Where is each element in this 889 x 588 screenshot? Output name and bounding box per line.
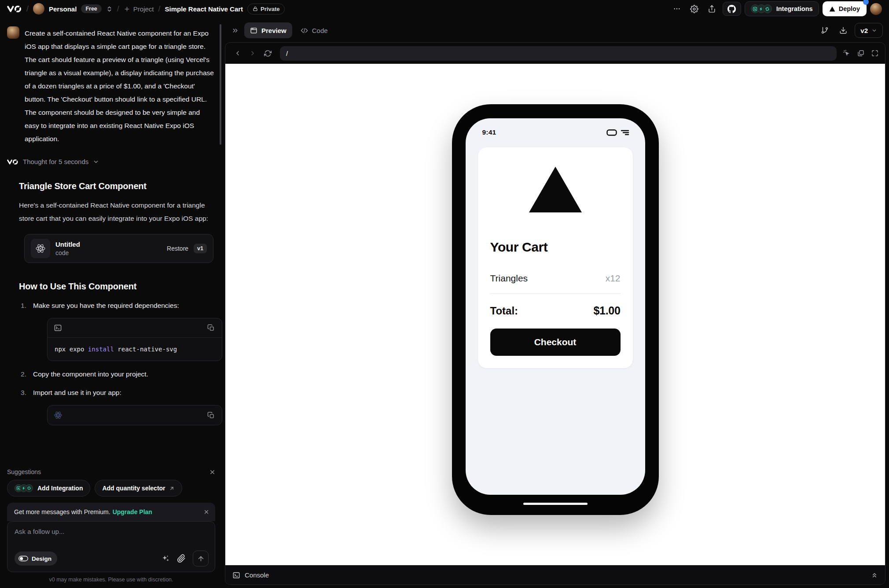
- chevron-down-icon: [871, 28, 877, 33]
- premium-banner: Get more messages with Premium. Upgrade …: [7, 503, 215, 521]
- suggestion-add-quantity-selector[interactable]: Add quantity selector: [95, 480, 182, 497]
- sparkles-icon[interactable]: [161, 554, 170, 563]
- total-label: Total:: [490, 305, 518, 317]
- disclaimer-text: v0 may make mistakes. Please use with di…: [7, 572, 215, 588]
- console-bar[interactable]: Console: [225, 565, 885, 584]
- v0-logo[interactable]: [7, 4, 22, 14]
- add-project-label: Project: [133, 5, 154, 13]
- code-card-title: Untitled: [55, 241, 80, 248]
- command-keyword: install: [88, 346, 114, 353]
- react-icon: [31, 239, 50, 258]
- browser-icon: [250, 27, 257, 34]
- command-suffix: react-native-svg: [114, 346, 177, 353]
- gear-icon: [690, 5, 698, 13]
- user-message-text: Create a self-contained React Native com…: [25, 26, 214, 146]
- copy-icon: [207, 324, 215, 332]
- integrations-button[interactable]: Integrations: [745, 1, 819, 16]
- phone-screen: 9:41: [466, 118, 645, 495]
- collapse-sidebar-button[interactable]: [228, 24, 242, 37]
- home-indicator: [523, 503, 588, 505]
- cart-item-row: Triangles x12: [490, 273, 621, 294]
- refresh-button[interactable]: [261, 47, 274, 59]
- git-branch-icon: [821, 26, 829, 34]
- lock-icon: [253, 6, 258, 11]
- chat-title: Simple React Native Cart: [165, 5, 243, 13]
- breadcrumb-separator: /: [158, 4, 161, 14]
- supabase-icon: [763, 4, 772, 13]
- console-expand-button[interactable]: [871, 572, 878, 579]
- close-premium-button[interactable]: [204, 509, 209, 515]
- preview-panel: /: [225, 42, 885, 585]
- share-button[interactable]: [705, 2, 719, 16]
- upgrade-plan-link[interactable]: Upgrade Plan: [113, 508, 152, 515]
- add-project-button[interactable]: Project: [124, 5, 154, 13]
- copy-code-button[interactable]: [204, 409, 217, 422]
- usage-code-block: [47, 405, 222, 425]
- forward-button[interactable]: [246, 47, 259, 59]
- deploy-button[interactable]: Deploy: [823, 1, 867, 16]
- settings-button[interactable]: [687, 2, 702, 16]
- topbar-actions: Integrations Deploy: [670, 1, 882, 16]
- response-heading: Triangle Store Cart Component: [19, 181, 214, 191]
- restore-button[interactable]: Restore: [167, 245, 188, 252]
- suggestion-label: Add quantity selector: [102, 485, 165, 492]
- breadcrumb-separator: /: [117, 4, 119, 14]
- user-avatar[interactable]: [870, 3, 882, 15]
- copy-code-button[interactable]: [204, 321, 217, 335]
- deploy-label: Deploy: [839, 5, 860, 12]
- team-avatar[interactable]: [33, 3, 44, 15]
- team-switcher-chevron-icon[interactable]: [106, 6, 113, 12]
- tab-code-label: Code: [312, 27, 328, 34]
- back-button[interactable]: [231, 47, 244, 59]
- thought-label: Thought for 5 seconds: [23, 158, 88, 165]
- design-toggle-label: Design: [32, 555, 51, 562]
- privacy-badge[interactable]: Private: [247, 4, 285, 15]
- cart-heading: Your Cart: [490, 240, 621, 255]
- checkout-button[interactable]: Checkout: [490, 329, 621, 356]
- toggle-icon: [18, 555, 28, 562]
- tab-preview[interactable]: Preview: [244, 22, 292, 38]
- sidebar-bottom: Suggestions: [0, 468, 222, 588]
- preview-url-bar: /: [225, 43, 885, 64]
- premium-message: Get more messages with Premium.: [14, 508, 110, 515]
- version-selector[interactable]: v2: [855, 23, 883, 38]
- terminal-icon: [232, 571, 240, 579]
- more-options-button[interactable]: [670, 2, 684, 16]
- cart-card: Your Cart Triangles x12 Total: $1.00 Che…: [478, 147, 633, 368]
- tab-preview-label: Preview: [261, 27, 287, 34]
- terminal-icon: [54, 324, 62, 332]
- battery-icon: [606, 129, 617, 136]
- cart-item-qty: x12: [606, 273, 621, 284]
- cart-total-row: Total: $1.00: [490, 304, 621, 317]
- design-toggle[interactable]: Design: [15, 551, 57, 566]
- total-value: $1.00: [593, 304, 620, 317]
- status-time: 9:41: [482, 128, 496, 136]
- howto-steps: Make sure you have the required dependen…: [19, 300, 214, 425]
- followup-input[interactable]: [15, 528, 209, 535]
- howto-step-text: Import and use it in your app:: [33, 389, 121, 396]
- open-window-button[interactable]: [857, 49, 865, 57]
- plus-icon: [124, 6, 130, 12]
- thought-toggle[interactable]: Thought for 5 seconds: [7, 158, 214, 165]
- url-input[interactable]: /: [280, 46, 837, 61]
- tab-code[interactable]: Code: [295, 22, 334, 38]
- howto-step-text: Copy the component into your project.: [33, 370, 148, 378]
- fork-button[interactable]: [818, 23, 832, 37]
- code-version-card[interactable]: Untitled code Restore v1: [24, 234, 213, 263]
- url-value: /: [286, 50, 288, 57]
- howto-heading: How to Use This Component: [19, 281, 214, 292]
- team-name[interactable]: Personal: [49, 5, 77, 13]
- fullscreen-button[interactable]: [871, 49, 879, 57]
- send-button[interactable]: [193, 551, 209, 566]
- inspect-button[interactable]: [843, 49, 851, 57]
- chat-history: Create a self-contained React Native com…: [0, 18, 222, 459]
- github-button[interactable]: [723, 2, 741, 16]
- download-button[interactable]: [836, 23, 850, 37]
- chevrons-up-icon: [871, 572, 878, 579]
- sidebar-scrollbar[interactable]: [220, 24, 221, 145]
- close-suggestions-button[interactable]: [209, 469, 215, 475]
- attach-button[interactable]: [177, 554, 186, 563]
- preview-area: Preview Code: [222, 18, 889, 588]
- suggestion-add-integration[interactable]: Add Integration: [7, 480, 90, 497]
- version-selector-label: v2: [860, 27, 868, 34]
